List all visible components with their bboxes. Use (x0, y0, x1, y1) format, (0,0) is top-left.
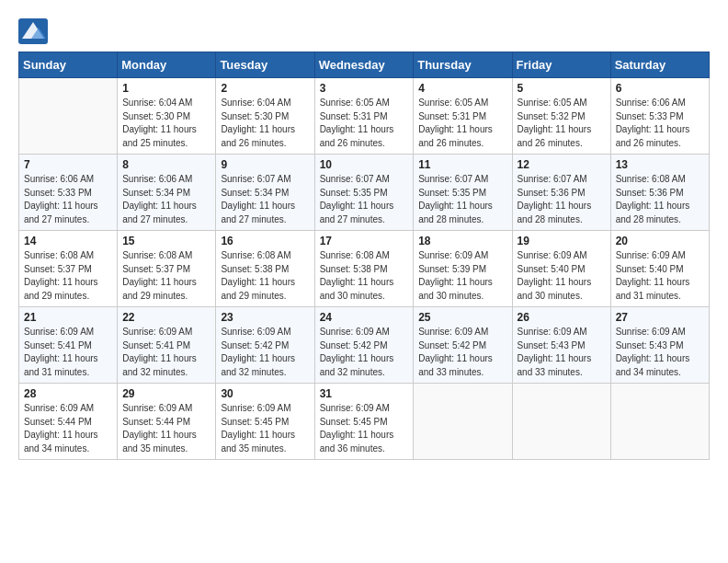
day-info: Sunrise: 6:07 AMSunset: 5:36 PMDaylight:… (518, 173, 606, 226)
day-info: Sunrise: 6:06 AMSunset: 5:33 PMDaylight:… (616, 97, 704, 150)
day-info: Sunrise: 6:06 AMSunset: 5:33 PMDaylight:… (24, 173, 112, 226)
calendar-day-9: 9Sunrise: 6:07 AMSunset: 5:34 PMDaylight… (216, 155, 314, 231)
day-info: Sunrise: 6:09 AMSunset: 5:42 PMDaylight:… (418, 326, 506, 379)
weekday-header-wednesday: Wednesday (314, 52, 414, 78)
day-info: Sunrise: 6:09 AMSunset: 5:45 PMDaylight:… (221, 402, 309, 455)
day-number: 22 (122, 311, 210, 324)
day-number: 12 (518, 158, 606, 171)
calendar-day-22: 22Sunrise: 6:09 AMSunset: 5:41 PMDayligh… (118, 307, 216, 384)
day-number: 7 (24, 158, 112, 171)
calendar-day-29: 29Sunrise: 6:09 AMSunset: 5:44 PMDayligh… (118, 384, 216, 460)
calendar-empty-cell (512, 384, 610, 460)
calendar-day-14: 14Sunrise: 6:08 AMSunset: 5:37 PMDayligh… (19, 231, 118, 307)
calendar-day-19: 19Sunrise: 6:09 AMSunset: 5:40 PMDayligh… (512, 231, 610, 307)
day-number: 15 (122, 235, 210, 247)
day-number: 1 (122, 82, 210, 95)
day-number: 18 (418, 235, 506, 247)
day-number: 3 (320, 82, 409, 95)
day-info: Sunrise: 6:09 AMSunset: 5:45 PMDaylight:… (320, 402, 409, 455)
calendar-day-5: 5Sunrise: 6:05 AMSunset: 5:32 PMDaylight… (512, 78, 610, 155)
day-info: Sunrise: 6:08 AMSunset: 5:37 PMDaylight:… (122, 249, 210, 303)
day-info: Sunrise: 6:09 AMSunset: 5:41 PMDaylight:… (24, 326, 112, 379)
day-info: Sunrise: 6:04 AMSunset: 5:30 PMDaylight:… (221, 97, 309, 150)
day-number: 24 (320, 311, 409, 324)
day-number: 19 (518, 235, 606, 247)
calendar-day-1: 1Sunrise: 6:04 AMSunset: 5:30 PMDaylight… (118, 78, 216, 155)
day-number: 26 (518, 311, 606, 324)
calendar-day-20: 20Sunrise: 6:09 AMSunset: 5:40 PMDayligh… (610, 231, 709, 307)
day-info: Sunrise: 6:09 AMSunset: 5:40 PMDaylight:… (518, 249, 606, 303)
day-number: 30 (221, 387, 309, 400)
day-number: 17 (320, 235, 409, 247)
day-number: 9 (221, 158, 309, 171)
day-info: Sunrise: 6:07 AMSunset: 5:34 PMDaylight:… (221, 173, 309, 226)
weekday-header-row: SundayMondayTuesdayWednesdayThursdayFrid… (19, 52, 710, 78)
day-info: Sunrise: 6:08 AMSunset: 5:36 PMDaylight:… (616, 173, 704, 226)
calendar-day-25: 25Sunrise: 6:09 AMSunset: 5:42 PMDayligh… (414, 307, 512, 384)
day-number: 6 (616, 82, 704, 95)
day-number: 31 (320, 387, 409, 400)
calendar-day-11: 11Sunrise: 6:07 AMSunset: 5:35 PMDayligh… (414, 155, 512, 231)
day-info: Sunrise: 6:08 AMSunset: 5:37 PMDaylight:… (24, 249, 112, 303)
day-info: Sunrise: 6:07 AMSunset: 5:35 PMDaylight:… (320, 173, 409, 226)
day-info: Sunrise: 6:09 AMSunset: 5:41 PMDaylight:… (122, 326, 210, 379)
calendar-day-6: 6Sunrise: 6:06 AMSunset: 5:33 PMDaylight… (610, 78, 709, 155)
day-info: Sunrise: 6:05 AMSunset: 5:31 PMDaylight:… (418, 97, 506, 150)
calendar-day-2: 2Sunrise: 6:04 AMSunset: 5:30 PMDaylight… (216, 78, 314, 155)
weekday-header-monday: Monday (118, 52, 216, 78)
day-info: Sunrise: 6:09 AMSunset: 5:39 PMDaylight:… (418, 249, 506, 303)
page-header (18, 18, 710, 44)
calendar-week-row: 1Sunrise: 6:04 AMSunset: 5:30 PMDaylight… (19, 78, 710, 155)
weekday-header-saturday: Saturday (610, 52, 709, 78)
calendar-day-18: 18Sunrise: 6:09 AMSunset: 5:39 PMDayligh… (414, 231, 512, 307)
calendar-day-31: 31Sunrise: 6:09 AMSunset: 5:45 PMDayligh… (314, 384, 414, 460)
calendar-day-23: 23Sunrise: 6:09 AMSunset: 5:42 PMDayligh… (216, 307, 314, 384)
weekday-header-tuesday: Tuesday (216, 52, 314, 78)
day-number: 16 (221, 235, 309, 247)
calendar-day-26: 26Sunrise: 6:09 AMSunset: 5:43 PMDayligh… (512, 307, 610, 384)
day-info: Sunrise: 6:07 AMSunset: 5:35 PMDaylight:… (418, 173, 506, 226)
day-number: 20 (616, 235, 704, 247)
calendar-day-12: 12Sunrise: 6:07 AMSunset: 5:36 PMDayligh… (512, 155, 610, 231)
weekday-header-sunday: Sunday (19, 52, 118, 78)
day-info: Sunrise: 6:09 AMSunset: 5:43 PMDaylight:… (616, 326, 704, 379)
day-info: Sunrise: 6:05 AMSunset: 5:32 PMDaylight:… (518, 97, 606, 150)
calendar-day-10: 10Sunrise: 6:07 AMSunset: 5:35 PMDayligh… (314, 155, 414, 231)
day-number: 5 (518, 82, 606, 95)
day-number: 13 (616, 158, 704, 171)
calendar-day-3: 3Sunrise: 6:05 AMSunset: 5:31 PMDaylight… (314, 78, 414, 155)
calendar-week-row: 7Sunrise: 6:06 AMSunset: 5:33 PMDaylight… (19, 155, 710, 231)
day-number: 14 (24, 235, 112, 247)
weekday-header-thursday: Thursday (414, 52, 512, 78)
calendar-day-8: 8Sunrise: 6:06 AMSunset: 5:34 PMDaylight… (118, 155, 216, 231)
day-number: 21 (24, 311, 112, 324)
calendar-week-row: 14Sunrise: 6:08 AMSunset: 5:37 PMDayligh… (19, 231, 710, 307)
calendar-week-row: 21Sunrise: 6:09 AMSunset: 5:41 PMDayligh… (19, 307, 710, 384)
day-number: 8 (122, 158, 210, 171)
day-number: 11 (418, 158, 506, 171)
day-info: Sunrise: 6:09 AMSunset: 5:43 PMDaylight:… (518, 326, 606, 379)
calendar-day-17: 17Sunrise: 6:08 AMSunset: 5:38 PMDayligh… (314, 231, 414, 307)
day-number: 2 (221, 82, 309, 95)
day-number: 28 (24, 387, 112, 400)
calendar-day-16: 16Sunrise: 6:08 AMSunset: 5:38 PMDayligh… (216, 231, 314, 307)
weekday-header-friday: Friday (512, 52, 610, 78)
day-info: Sunrise: 6:06 AMSunset: 5:34 PMDaylight:… (122, 173, 210, 226)
calendar-day-15: 15Sunrise: 6:08 AMSunset: 5:37 PMDayligh… (118, 231, 216, 307)
calendar-empty-cell (19, 78, 118, 155)
day-info: Sunrise: 6:05 AMSunset: 5:31 PMDaylight:… (320, 97, 409, 150)
calendar-day-27: 27Sunrise: 6:09 AMSunset: 5:43 PMDayligh… (610, 307, 709, 384)
day-info: Sunrise: 6:08 AMSunset: 5:38 PMDaylight:… (221, 249, 309, 303)
day-number: 23 (221, 311, 309, 324)
calendar-day-21: 21Sunrise: 6:09 AMSunset: 5:41 PMDayligh… (19, 307, 118, 384)
day-info: Sunrise: 6:09 AMSunset: 5:40 PMDaylight:… (616, 249, 704, 303)
day-number: 25 (418, 311, 506, 324)
calendar-day-24: 24Sunrise: 6:09 AMSunset: 5:42 PMDayligh… (314, 307, 414, 384)
logo-icon (18, 18, 48, 44)
day-number: 29 (122, 387, 210, 400)
calendar-day-30: 30Sunrise: 6:09 AMSunset: 5:45 PMDayligh… (216, 384, 314, 460)
day-info: Sunrise: 6:09 AMSunset: 5:44 PMDaylight:… (24, 402, 112, 455)
calendar-empty-cell (610, 384, 709, 460)
day-info: Sunrise: 6:09 AMSunset: 5:44 PMDaylight:… (122, 402, 210, 455)
day-number: 10 (320, 158, 409, 171)
